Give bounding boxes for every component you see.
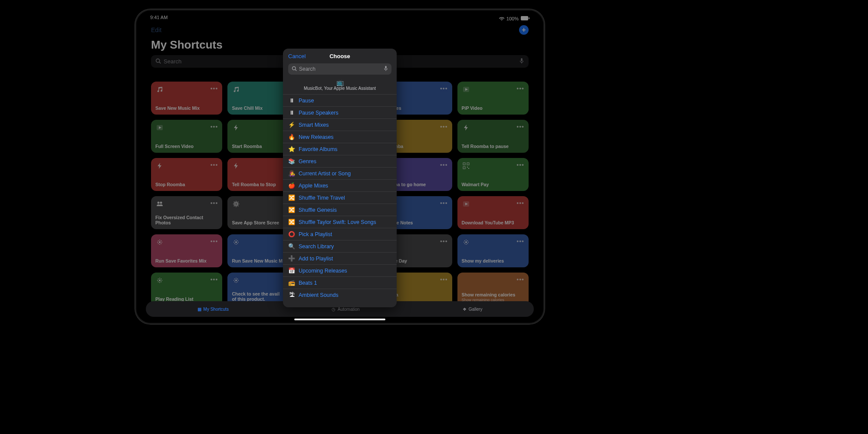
add-button[interactable]: + bbox=[519, 25, 529, 35]
choose-item[interactable]: ⚡Smart Mixes bbox=[283, 118, 397, 131]
item-label: Add to Playlist bbox=[299, 256, 333, 262]
tab-label: My Shortcuts bbox=[204, 307, 229, 312]
spark-icon bbox=[462, 238, 470, 247]
more-icon[interactable]: ••• bbox=[440, 238, 448, 245]
choose-item[interactable]: 🔀Shuffle Time Travel bbox=[283, 191, 397, 204]
edit-button[interactable]: Edit bbox=[151, 26, 161, 33]
svg-rect-0 bbox=[521, 16, 528, 20]
more-icon[interactable]: ••• bbox=[210, 200, 218, 207]
item-label: Beats 1 bbox=[299, 280, 317, 286]
shortcut-tile[interactable]: •••Stop Roomba bbox=[151, 158, 222, 191]
modal-title: Choose bbox=[329, 53, 350, 59]
shortcut-tile[interactable]: •••Full Screen Video bbox=[151, 120, 222, 153]
choose-item[interactable]: 🔀Shuffle Genesis bbox=[283, 204, 397, 216]
shortcut-tile[interactable]: •••Save New Music Mix bbox=[151, 82, 222, 115]
item-emoji-icon: ⭕ bbox=[288, 231, 295, 237]
tile-label: Stop Roomba bbox=[155, 182, 218, 187]
more-icon[interactable]: ••• bbox=[210, 161, 218, 168]
play-icon bbox=[155, 123, 164, 132]
more-icon[interactable]: ••• bbox=[440, 200, 448, 207]
item-emoji-icon: 🔀 bbox=[288, 219, 295, 225]
choose-item[interactable]: 📻Beats 1 bbox=[283, 276, 397, 289]
search-placeholder: Search bbox=[164, 58, 181, 65]
more-icon[interactable]: ••• bbox=[516, 123, 524, 130]
choose-modal: Cancel Choose Search 📺 MusicBot, Your Ap… bbox=[283, 49, 397, 307]
more-icon[interactable]: ••• bbox=[210, 85, 218, 92]
search-icon bbox=[155, 58, 161, 65]
tab-automation[interactable]: ◷ Automation bbox=[332, 307, 360, 312]
music-icon bbox=[232, 85, 240, 94]
item-label: New Releases bbox=[299, 134, 334, 140]
more-icon[interactable]: ••• bbox=[210, 276, 218, 283]
item-emoji-icon: ⏸ bbox=[288, 97, 295, 104]
choose-item[interactable]: 🔀Shuffle Taylor Swift: Love Songs bbox=[283, 216, 397, 228]
mic-icon[interactable] bbox=[519, 58, 524, 65]
tab-gallery[interactable]: ❖ Gallery bbox=[463, 307, 483, 312]
shortcut-tile[interactable]: •••Show remaining caloriesShow remaining… bbox=[457, 273, 529, 306]
svg-line-26 bbox=[295, 69, 296, 71]
more-icon[interactable]: ••• bbox=[516, 276, 524, 283]
tab-label: Gallery bbox=[469, 307, 483, 312]
more-icon[interactable]: ••• bbox=[440, 85, 448, 92]
shortcut-tile[interactable]: •••Play Reading List bbox=[151, 273, 222, 306]
svg-rect-27 bbox=[385, 66, 386, 69]
choose-item[interactable]: 🍎Apple Mixes bbox=[283, 179, 397, 191]
choose-item[interactable]: 🔥New Releases bbox=[283, 131, 397, 143]
tab-my-shortcuts[interactable]: ▦ My Shortcuts bbox=[197, 307, 229, 312]
play-icon bbox=[462, 85, 470, 94]
svg-rect-8 bbox=[463, 163, 465, 165]
item-emoji-icon: 🔀 bbox=[288, 194, 295, 201]
item-label: Shuffle Time Travel bbox=[299, 195, 345, 201]
choose-item[interactable]: 👩‍🎤Current Artist or Song bbox=[283, 167, 397, 179]
item-emoji-icon: ⭐ bbox=[288, 146, 295, 152]
shortcut-tile[interactable]: •••PiP Video bbox=[457, 82, 529, 115]
item-emoji-icon: 📚 bbox=[288, 158, 295, 164]
item-label: Shuffle Genesis bbox=[299, 207, 337, 213]
item-emoji-icon: 🏝 bbox=[288, 292, 295, 298]
mic-icon[interactable] bbox=[384, 66, 388, 72]
more-icon[interactable]: ••• bbox=[516, 161, 524, 168]
cancel-button[interactable]: Cancel bbox=[288, 53, 306, 59]
banner-text: MusicBot, Your Apple Music Assistant bbox=[304, 86, 376, 91]
tile-label: Download YouTube MP3 bbox=[462, 220, 524, 226]
choose-item[interactable]: ⏸Pause Speakers bbox=[283, 106, 397, 118]
svg-rect-11 bbox=[467, 167, 468, 168]
svg-rect-12 bbox=[468, 168, 469, 169]
item-emoji-icon: 🔥 bbox=[288, 134, 295, 140]
more-icon[interactable]: ••• bbox=[440, 123, 448, 130]
choose-item[interactable]: 🏝Ambient Sounds bbox=[283, 289, 397, 301]
item-label: Search Library bbox=[299, 243, 334, 250]
svg-point-2 bbox=[156, 59, 160, 62]
item-label: Favorite Albums bbox=[299, 146, 338, 152]
more-icon[interactable]: ••• bbox=[516, 200, 524, 207]
shortcut-tile[interactable]: •••Tell Roomba to pause bbox=[457, 120, 529, 153]
more-icon[interactable]: ••• bbox=[516, 238, 524, 245]
more-icon[interactable]: ••• bbox=[440, 276, 448, 283]
choose-item[interactable]: ⭕Pick a Playlist bbox=[283, 228, 397, 240]
choose-item[interactable]: 🔍Search Library bbox=[283, 240, 397, 252]
svg-point-21 bbox=[465, 241, 467, 243]
shortcut-tile[interactable]: •••Show my deliveries bbox=[457, 234, 529, 267]
choose-item[interactable]: 📚Genres bbox=[283, 155, 397, 167]
music-icon bbox=[155, 85, 164, 94]
home-indicator[interactable] bbox=[294, 319, 385, 320]
choose-item[interactable]: 📅Upcoming Releases bbox=[283, 264, 397, 276]
choose-item[interactable]: ⏸Pause bbox=[283, 94, 397, 106]
choose-item[interactable]: ➕Add to Playlist bbox=[283, 252, 397, 264]
choose-item[interactable]: ⭐Favorite Albums bbox=[283, 143, 397, 155]
stack-icon: ❖ bbox=[463, 307, 467, 312]
shortcut-tile[interactable]: •••Fix Oversized Contact Photos bbox=[151, 196, 222, 229]
more-icon[interactable]: ••• bbox=[440, 161, 448, 168]
item-emoji-icon: 🍎 bbox=[288, 182, 295, 189]
shortcut-tile[interactable]: •••Run Save Favorites Mix bbox=[151, 234, 222, 267]
shortcut-tile[interactable]: •••Walmart Pay bbox=[457, 158, 529, 191]
more-icon[interactable]: ••• bbox=[210, 238, 218, 245]
item-emoji-icon: ⏸ bbox=[288, 109, 295, 116]
item-label: Apple Mixes bbox=[299, 183, 328, 189]
more-icon[interactable]: ••• bbox=[210, 123, 218, 130]
ipad-frame: 9:41 AM 100% Edit + My Shortcuts Search … bbox=[135, 9, 545, 324]
item-label: Smart Mixes bbox=[299, 122, 329, 128]
shortcut-tile[interactable]: •••Download YouTube MP3 bbox=[457, 196, 529, 229]
more-icon[interactable]: ••• bbox=[516, 85, 524, 92]
modal-search[interactable]: Search bbox=[288, 63, 391, 75]
